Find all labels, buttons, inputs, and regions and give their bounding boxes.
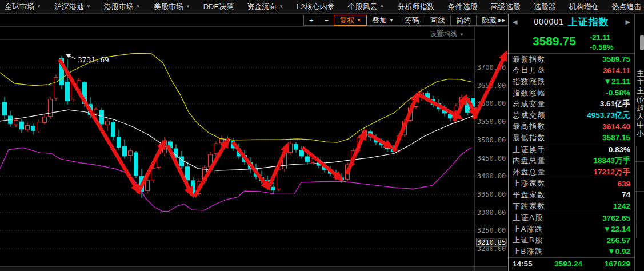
quote-table: 最新指数3589.75今日开盘3614.11指数涨跌▼21.11指数涨幅-0.5…	[509, 54, 634, 270]
menu-item-label: 沪深港通	[54, 2, 84, 12]
menu-item-label: DDE决策	[203, 2, 234, 12]
chips-button[interactable]: 筹码	[399, 15, 425, 26]
adjust-price-button[interactable]: 复权▼	[334, 15, 367, 26]
divider	[635, 221, 644, 221]
zoom-in-button[interactable]: +	[303, 15, 319, 26]
quote-row-label: 上证B股	[513, 235, 543, 245]
menu-item-6[interactable]: L2核心内参	[297, 2, 334, 12]
trend-arrow	[474, 53, 506, 119]
quote-row-value: 18843万手	[593, 156, 630, 166]
quote-row: 最高指数3614.40	[509, 121, 634, 133]
overlay-button[interactable]: 叠加▼	[366, 15, 399, 26]
candle-down	[111, 122, 115, 136]
menu-item-9[interactable]: 条件选股	[447, 2, 477, 12]
candle-up	[146, 181, 150, 191]
quote-row: 总成交量3.61亿手	[509, 98, 634, 110]
quote-row-value: 0.83%	[609, 145, 630, 154]
quote-row: 上证A股3762.65	[509, 212, 634, 224]
quote-row-label: 上A涨跌	[513, 224, 543, 234]
band-lower	[0, 148, 471, 212]
panel-right-border	[634, 14, 635, 271]
quote-row-value: ▼21.11	[604, 77, 630, 86]
menu-item-3[interactable]: 美股市场▼	[154, 2, 190, 12]
toolbar-button-label: 叠加	[372, 15, 387, 26]
quote-row-value: 3762.65	[602, 214, 630, 222]
quote-row-value: ▼0.92	[607, 247, 630, 256]
quote-row-label: 最高指数	[513, 121, 546, 131]
candle-down	[134, 153, 138, 176]
menu-item-label: 选股器	[533, 2, 555, 12]
price-change-pct: -0.58%	[590, 43, 613, 51]
draw-line-button[interactable]: 画线	[425, 15, 451, 26]
quote-row-label: 指数涨跌	[513, 77, 546, 87]
menu-item-5[interactable]: 资金流向▼	[247, 2, 283, 12]
candle-up	[26, 125, 30, 130]
quote-row: 上证B股256.57	[509, 235, 634, 246]
quote-row-value: 3.61亿手	[600, 99, 630, 109]
quote-row: 指数涨幅-0.58%	[509, 87, 634, 99]
trend-arrow	[194, 140, 228, 197]
quote-row: 外盘总量17212万手	[509, 166, 634, 178]
quote-row-label: 内盘总量	[513, 156, 546, 166]
quote-row: 上涨家数639	[509, 178, 634, 190]
menu-item-label: 条件选股	[447, 2, 477, 12]
quote-row-value: ▼22.14	[603, 225, 630, 233]
menu-item-13[interactable]: 热点追击	[611, 2, 641, 12]
chevron-down-icon: ▼	[380, 4, 385, 9]
menu-item-label: 港股市场	[104, 2, 134, 12]
quote-row-label: 最低指数	[513, 133, 546, 143]
candle-down	[31, 126, 35, 131]
simple-mode-button[interactable]: 简约	[450, 15, 477, 26]
divider	[635, 191, 644, 192]
zoom-out-button[interactable]: −	[319, 15, 335, 26]
scrollbar-thumb[interactable]	[640, 35, 644, 50]
menu-item-12[interactable]: 机构增仓	[569, 2, 598, 12]
truncated-side-panel: 主主主(亿超大中小	[635, 14, 644, 271]
candle-down	[306, 157, 310, 162]
quote-row-value: -0.58%	[606, 89, 630, 97]
next-stock-arrow-icon[interactable]: ▶	[626, 18, 630, 26]
divider	[636, 146, 637, 238]
menu-item-1[interactable]: 沪深港通▼	[54, 2, 91, 12]
quote-header: ◀ 000001 上证指数 ▶	[509, 15, 634, 29]
chart-panel-divider	[508, 14, 509, 271]
quote-row: 下跌家数1242	[509, 201, 634, 212]
truncated-label: 小	[637, 129, 644, 139]
candle-down	[294, 144, 298, 149]
candle-down	[66, 82, 70, 101]
chevron-down-icon: ▼	[389, 18, 394, 23]
quote-row-label: 最新指数	[513, 54, 546, 65]
avg-price: 3593.24	[554, 260, 582, 268]
trend-arrow	[59, 59, 139, 192]
candle-up	[129, 151, 133, 156]
menu-item-4[interactable]: DDE决策	[203, 2, 234, 12]
quote-row-label: 上B涨跌	[513, 246, 543, 257]
quote-row: 总成交额4953.73亿元	[509, 110, 634, 121]
quote-row: 最低指数3587.15	[509, 132, 634, 144]
chevron-down-icon: ▼	[37, 4, 41, 9]
quote-row-label: 外盘总量	[513, 167, 546, 177]
menu-item-label: 机构增仓	[569, 2, 598, 12]
candlestick-chart[interactable]: 3731.69	[0, 27, 507, 271]
candle-up	[106, 121, 110, 125]
prev-stock-arrow-icon[interactable]: ◀	[513, 18, 517, 26]
quote-row-label: 上涨家数	[513, 178, 546, 189]
candle-up	[54, 78, 58, 98]
menu-item-7[interactable]: 个股风云▼	[348, 2, 385, 12]
quote-row: 内盘总量18843万手	[509, 155, 634, 166]
chevron-down-icon: ▼	[86, 4, 91, 9]
menu-item-8[interactable]: 分析师指数	[397, 2, 434, 12]
candle-up	[49, 99, 53, 117]
hide-button[interactable]: 隐藏▶▶	[476, 15, 511, 26]
menu-item-10[interactable]: 高级选股	[490, 2, 520, 12]
menu-item-0[interactable]: 全球市场▼	[5, 2, 41, 12]
chart-toolbar: +−复权▼叠加▼筹码画线简约隐藏▶▶	[304, 15, 527, 26]
quote-row-value: 3589.75	[602, 55, 630, 63]
menu-item-11[interactable]: 选股器	[533, 2, 555, 12]
toolbar-button-label: 简约	[456, 15, 471, 26]
chevron-down-icon: ▼	[279, 4, 283, 9]
chart-canvas[interactable]: 3731.69	[0, 27, 507, 271]
menu-item-2[interactable]: 港股市场▼	[104, 2, 141, 12]
trend-arrow	[368, 134, 392, 148]
candle-down	[180, 157, 184, 166]
